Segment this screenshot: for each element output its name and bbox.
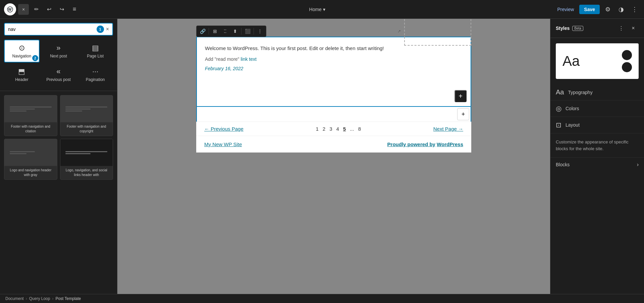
blocks-link[interactable]: Blocks › bbox=[550, 157, 644, 172]
beta-badge: Beta bbox=[572, 26, 583, 31]
topbar-right: Preview Save ⚙ ◑ ⋮ bbox=[555, 4, 640, 15]
more-options-button[interactable]: ⋮ bbox=[629, 4, 640, 15]
right-header-actions: ⋮ × bbox=[616, 23, 639, 34]
pattern-card-footer-nav-copyright[interactable]: Footer with navigation and copyright bbox=[60, 95, 113, 136]
blocks-link-arrow: › bbox=[637, 162, 639, 168]
edit-button[interactable]: ✏ bbox=[31, 4, 42, 15]
navigation-icon: ⊙ bbox=[19, 44, 25, 52]
breadcrumb-document[interactable]: Document bbox=[5, 296, 24, 301]
styles-close-button[interactable]: × bbox=[628, 23, 639, 34]
pagination-numbers: 1 2 3 4 5 ... 8 bbox=[314, 126, 362, 132]
top-bar: W × ✏ ↩ ↪ ≡ Home ▾ Preview Save ⚙ ◑ ⋮ bbox=[0, 0, 644, 19]
next-page-link[interactable]: Next Page → bbox=[433, 126, 463, 132]
block-page-list-label: Page List bbox=[87, 54, 104, 58]
next-post-icon: » bbox=[56, 44, 60, 52]
toolbar-align-button[interactable]: ⬛ bbox=[243, 27, 252, 36]
pattern-preview-logo-nav-gray bbox=[4, 139, 57, 166]
add-block-button[interactable]: + bbox=[454, 90, 467, 102]
block-item-next-post[interactable]: » Next post bbox=[41, 40, 76, 62]
svg-text:W: W bbox=[8, 7, 12, 11]
page-title-label: Home bbox=[309, 7, 322, 12]
toolbar-dots-button[interactable]: ⁚⁚ bbox=[220, 27, 230, 36]
read-more-prefix: Add "read more" bbox=[205, 56, 239, 62]
contrast-button[interactable]: ◑ bbox=[616, 4, 627, 15]
menu-button[interactable]: ≡ bbox=[69, 4, 80, 15]
add-block-top-button[interactable]: + bbox=[457, 108, 469, 120]
block-toolbar: 🔗 ⊞ ⁚⁚ ⬍ ⬛ ⋮ bbox=[196, 26, 266, 37]
pattern-card-logo-nav-social[interactable]: Logo, navigation, and social links heade… bbox=[60, 139, 113, 180]
read-more-link[interactable]: link text bbox=[240, 56, 256, 62]
colors-label: Colors bbox=[566, 106, 579, 111]
page-2[interactable]: 2 bbox=[321, 126, 327, 132]
toolbar-arrows-button[interactable]: ⬍ bbox=[230, 27, 240, 36]
clear-search-button[interactable]: × bbox=[106, 26, 109, 32]
toolbar-divider-2 bbox=[241, 28, 241, 35]
footer-wp-link[interactable]: WordPress bbox=[437, 141, 463, 147]
main-layout: 1 × ↗ ⊙ Navigation 2 » Next post ▤ bbox=[0, 19, 644, 294]
breadcrumb-post-template[interactable]: Post Template bbox=[55, 296, 81, 301]
toolbar-link-button[interactable]: 🔗 bbox=[198, 27, 207, 36]
search-input[interactable] bbox=[8, 27, 95, 32]
canvas-area: 🔗 ⊞ ⁚⁚ ⬍ ⬛ ⋮ ↗ bbox=[117, 19, 550, 294]
pattern-preview-footer-nav-citation bbox=[4, 95, 57, 122]
post-content-block[interactable]: Welcome to WordPress. This is your first… bbox=[196, 37, 471, 107]
layout-icon: ⊡ bbox=[556, 121, 561, 129]
block-item-page-list[interactable]: ▤ Page List bbox=[77, 40, 113, 62]
toolbar-more-button[interactable]: ⋮ bbox=[255, 27, 265, 36]
page-3[interactable]: 3 bbox=[328, 126, 333, 132]
block-next-post-label: Next post bbox=[50, 54, 67, 58]
styles-more-button[interactable]: ⋮ bbox=[616, 23, 627, 34]
page-title-button[interactable]: Home ▾ bbox=[309, 7, 325, 12]
read-more-text: Add "read more" link text bbox=[205, 56, 463, 62]
page-ellipsis: ... bbox=[348, 126, 356, 132]
block-badge-2: 2 bbox=[32, 55, 38, 61]
prev-page-link[interactable]: ← Previous Page bbox=[204, 126, 244, 132]
colors-icon: ◎ bbox=[556, 104, 561, 113]
breadcrumb-sep-2: › bbox=[52, 296, 53, 301]
page-1[interactable]: 1 bbox=[314, 126, 320, 132]
cursor-icon: ↗ bbox=[397, 29, 401, 34]
typography-label: Typography bbox=[568, 90, 592, 95]
close-editor-button[interactable]: × bbox=[18, 4, 29, 15]
breadcrumb-sep-1: › bbox=[26, 296, 27, 301]
add-block-top-right: + bbox=[196, 107, 471, 122]
pattern-preview-footer-nav-copyright bbox=[60, 95, 113, 122]
pattern-cards: Footer with navigation and citation Foot… bbox=[4, 95, 113, 180]
pattern-label-logo-nav-gray: Logo and navigation header with gray bbox=[4, 166, 57, 179]
block-item-previous-post[interactable]: « Previous post bbox=[41, 64, 76, 85]
toolbar-row: 🔗 ⊞ ⁚⁚ ⬍ ⬛ ⋮ ↗ bbox=[196, 26, 471, 37]
canvas-inner: 🔗 ⊞ ⁚⁚ ⬍ ⬛ ⋮ ↗ bbox=[196, 26, 471, 287]
footer-site-link[interactable]: My New WP Site bbox=[204, 141, 242, 147]
settings-button[interactable]: ⚙ bbox=[602, 4, 613, 15]
block-item-header[interactable]: ⬒ Header bbox=[4, 64, 40, 85]
post-empty-space bbox=[205, 71, 463, 98]
save-button[interactable]: Save bbox=[579, 5, 600, 14]
page-4[interactable]: 4 bbox=[335, 126, 340, 132]
style-option-colors[interactable]: ◎ Colors bbox=[550, 100, 644, 117]
canvas-scroll[interactable]: 🔗 ⊞ ⁚⁚ ⬍ ⬛ ⋮ ↗ bbox=[117, 19, 550, 294]
redo-button[interactable]: ↪ bbox=[56, 4, 67, 15]
undo-button[interactable]: ↩ bbox=[44, 4, 54, 15]
toolbar-layout-button[interactable]: ⊞ bbox=[210, 27, 220, 36]
pattern-label-logo-nav-social: Logo, navigation, and social links heade… bbox=[60, 166, 113, 179]
page-8[interactable]: 8 bbox=[357, 126, 362, 132]
style-option-typography[interactable]: Aa Typography bbox=[550, 84, 644, 100]
pattern-label-footer-nav-citation: Footer with navigation and citation bbox=[4, 122, 57, 136]
blocks-grid: ⊙ Navigation 2 » Next post ▤ Page List ⬒… bbox=[0, 36, 117, 89]
pattern-card-logo-nav-gray[interactable]: Logo and navigation header with gray bbox=[4, 139, 57, 180]
wp-logo[interactable]: W bbox=[4, 3, 16, 15]
pattern-card-footer-nav-citation[interactable]: Footer with navigation and citation bbox=[4, 95, 57, 136]
page-5[interactable]: 5 bbox=[342, 126, 347, 132]
block-navigation-wrap: ⊙ Navigation 2 bbox=[4, 40, 40, 62]
typography-icon: Aa bbox=[556, 88, 564, 96]
style-option-layout[interactable]: ⊡ Layout bbox=[550, 117, 644, 133]
breadcrumb-query-loop[interactable]: Query Loop bbox=[29, 296, 50, 301]
block-item-pagination[interactable]: ··· Pagination bbox=[77, 64, 113, 85]
previous-post-icon: « bbox=[56, 67, 60, 76]
style-dot-2 bbox=[622, 62, 632, 72]
preview-button[interactable]: Preview bbox=[555, 5, 577, 13]
block-navigation-label: Navigation bbox=[12, 54, 31, 58]
toolbar-divider-3 bbox=[254, 28, 254, 35]
topbar-left: W × ✏ ↩ ↪ ≡ bbox=[4, 3, 80, 15]
block-header-label: Header bbox=[15, 77, 28, 82]
